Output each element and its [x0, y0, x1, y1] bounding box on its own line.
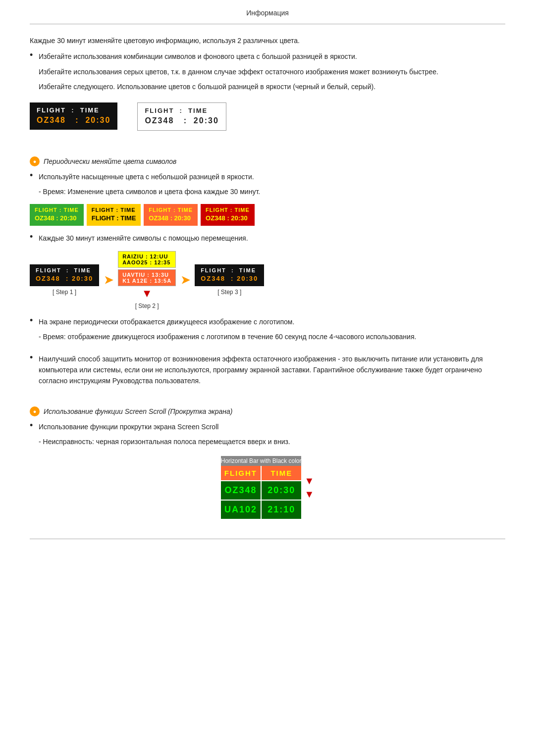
bullet-item-4: • На экране периодически отображается дв… — [30, 316, 505, 327]
flight-box-yellow: FLIGHT : TIME FLIGHT : TIME — [87, 204, 141, 226]
bullet-dot-2: • — [30, 170, 39, 181]
fb-yellow-header: FLIGHT : TIME — [92, 207, 136, 213]
scroll-data-row-2: UA102 21:10 — [221, 500, 302, 519]
step-box-3: FLIGHT : TIME OZ348 : 20:30 [ Step 3 ] — [195, 264, 264, 296]
arrow-right-icon-2: ➤ — [181, 274, 190, 287]
arrow-right-icon-1: ➤ — [104, 274, 113, 287]
scroll-down-arrow-icon-1: ▼ — [304, 475, 314, 487]
page-footer-line — [30, 539, 505, 539]
step1-header: FLIGHT : TIME — [36, 267, 93, 273]
sub-text-4: - Время: отображение движущегося изображ… — [39, 331, 505, 342]
step2-line2b: K1 A12E : 13:5A — [122, 278, 171, 284]
scroll-title-bar: Horizontal Bar with Black color — [221, 456, 302, 466]
bullet-item-6: • Использование функции прокрутки экрана… — [30, 421, 505, 432]
step1-label: [ Step 1 ] — [53, 289, 76, 296]
bullet-item-2: • Используйте насыщенные цвета с небольш… — [30, 171, 505, 182]
step2-line2: UAVTIU : 13:3U — [122, 272, 171, 278]
orange-circle-icon-1: ● — [30, 156, 40, 166]
intro-text: Каждые 30 минут изменяйте цветовую инфор… — [30, 35, 505, 46]
sub-text-2: - Время: Изменение цвета символов и цвет… — [39, 186, 505, 197]
page-title: Информация — [246, 9, 289, 17]
sub-text-1b: Избегайте следующего. Использование цвет… — [39, 81, 505, 92]
scroll-header-flight: FLIGHT — [221, 466, 262, 480]
sub-text-1a: Избегайте использования серых цветов, т.… — [39, 66, 505, 77]
scroll-cell-ua102: UA102 — [221, 500, 262, 519]
flight-box-dark-data: OZ348 : 20:30 — [37, 116, 110, 125]
bullet-5-text: Наилучший способ защитить монитор от воз… — [39, 353, 505, 387]
step-box-1: FLIGHT : TIME OZ348 : 20:30 [ Step 1 ] — [30, 264, 99, 296]
scroll-header-row: FLIGHT TIME — [221, 466, 302, 480]
scroll-cell-2030: 20:30 — [262, 480, 301, 500]
scroll-data-row-1: OZ348 20:30 — [221, 480, 302, 500]
step3-header: FLIGHT : TIME — [201, 267, 258, 273]
scroll-arrow-col: ▼ ▼ — [301, 456, 314, 519]
scroll-down-arrow-icon-2: ▼ — [304, 489, 314, 500]
bullet-3-text: Каждые 30 минут изменяйте символы с помо… — [39, 233, 505, 244]
sub-text-6: - Неисправность: черная горизонтальная п… — [39, 436, 505, 447]
orange-bullet-row-1: ● Периодически меняйте цвета символов — [30, 156, 505, 166]
step2-line1b: AAOO25 : 12:35 — [122, 259, 171, 265]
fb-red-header: FLIGHT : TIME — [206, 207, 250, 213]
step3-label: [ Step 3 ] — [217, 289, 241, 296]
scroll-demo-inner: Horizontal Bar with Black color FLIGHT T… — [221, 456, 315, 519]
bullet-dot-1: • — [30, 50, 39, 60]
step1-display: FLIGHT : TIME OZ348 : 20:30 — [30, 264, 99, 286]
flight-box-orange: FLIGHT : TIME OZ348 : 20:30 — [144, 204, 198, 226]
flight-box-light-header: FLIGHT : TIME — [145, 107, 218, 114]
flight-box-red: FLIGHT : TIME OZ348 : 20:30 — [201, 204, 255, 226]
step3-data: OZ348 : 20:30 — [201, 275, 258, 282]
flight-demo-row-1: FLIGHT : TIME OZ348 : 20:30 FLIGHT : TIM… — [30, 102, 505, 131]
step3-display: FLIGHT : TIME OZ348 : 20:30 — [195, 264, 264, 286]
fb-yellow-data: FLIGHT : TIME — [92, 214, 136, 222]
flight-box-light: FLIGHT : TIME OZ348 : 20:30 — [137, 102, 226, 131]
fb-red-data: OZ348 : 20:30 — [206, 214, 250, 222]
bullet-item-5: • Наилучший способ защитить монитор от в… — [30, 353, 505, 387]
bullet-1-text: Избегайте использования комбинации симво… — [39, 51, 505, 62]
step2-arrow-col: ▼ — [142, 287, 153, 300]
bullet-4-text: На экране периодически отображается движ… — [39, 316, 505, 327]
step1-data: OZ348 : 20:30 — [36, 275, 93, 282]
bullet-item-3: • Каждые 30 минут изменяйте символы с по… — [30, 233, 505, 244]
step2-bottom: UAVTIU : 13:3U K1 A12E : 13:5A — [118, 269, 176, 286]
step2-displays: RAIZIU : 12:UU AAOO25 : 12:35 UAVTIU : 1… — [118, 251, 176, 286]
orange-circle-icon-2: ● — [30, 406, 40, 416]
bullet-item-1: • Избегайте использования комбинации сим… — [30, 51, 505, 62]
flight-box-dark-header: FLIGHT : TIME — [37, 106, 110, 114]
flight-box-light-data: OZ348 : 20:30 — [145, 116, 218, 125]
fb-orange-data: OZ348 : 20:30 — [149, 214, 193, 222]
page-header: Информация — [30, 0, 505, 24]
orange-label-1: Периодически меняйте цвета символов — [44, 157, 176, 165]
step2-down-arrow-icon: ▼ — [142, 287, 153, 300]
scroll-demo-wrapper: Horizontal Bar with Black color FLIGHT T… — [30, 456, 505, 519]
bullet-dot-5: • — [30, 353, 39, 363]
scroll-header-time: TIME — [262, 466, 301, 480]
color-flight-row: FLIGHT : TIME OZ348 : 20:30 FLIGHT : TIM… — [30, 204, 505, 226]
scroll-table: Horizontal Bar with Black color FLIGHT T… — [221, 456, 302, 519]
scroll-demo: Horizontal Bar with Black color FLIGHT T… — [221, 456, 315, 519]
scroll-cell-oz348: OZ348 — [221, 480, 262, 500]
bullet-dot-4: • — [30, 315, 39, 326]
step2-line1: RAIZIU : 12:UU — [122, 253, 171, 259]
step-diagram-row: FLIGHT : TIME OZ348 : 20:30 [ Step 1 ] ➤… — [30, 251, 505, 309]
step-box-2: RAIZIU : 12:UU AAOO25 : 12:35 UAVTIU : 1… — [118, 251, 176, 309]
flight-box-dark: FLIGHT : TIME OZ348 : 20:30 — [30, 102, 117, 130]
step2-label: [ Step 2 ] — [135, 302, 159, 309]
bullet-dot-6: • — [30, 420, 39, 431]
flight-box-green: FLIGHT : TIME OZ348 : 20:30 — [30, 204, 84, 226]
bullet-6-text: Использование функции прокрутки экрана S… — [39, 421, 505, 432]
bullet-2-text: Используйте насыщенные цвета с небольшой… — [39, 171, 505, 182]
scroll-cell-2110: 21:10 — [262, 500, 301, 519]
fb-green-header: FLIGHT : TIME — [35, 207, 79, 213]
bullet-dot-3: • — [30, 232, 39, 242]
orange-bullet-row-2: ● Использование функции Screen Scroll (П… — [30, 406, 505, 416]
fb-green-data: OZ348 : 20:30 — [35, 214, 79, 222]
orange-label-2: Использование функции Screen Scroll (Про… — [44, 407, 232, 415]
step2-top: RAIZIU : 12:UU AAOO25 : 12:35 — [118, 251, 176, 268]
fb-orange-header: FLIGHT : TIME — [149, 207, 193, 213]
